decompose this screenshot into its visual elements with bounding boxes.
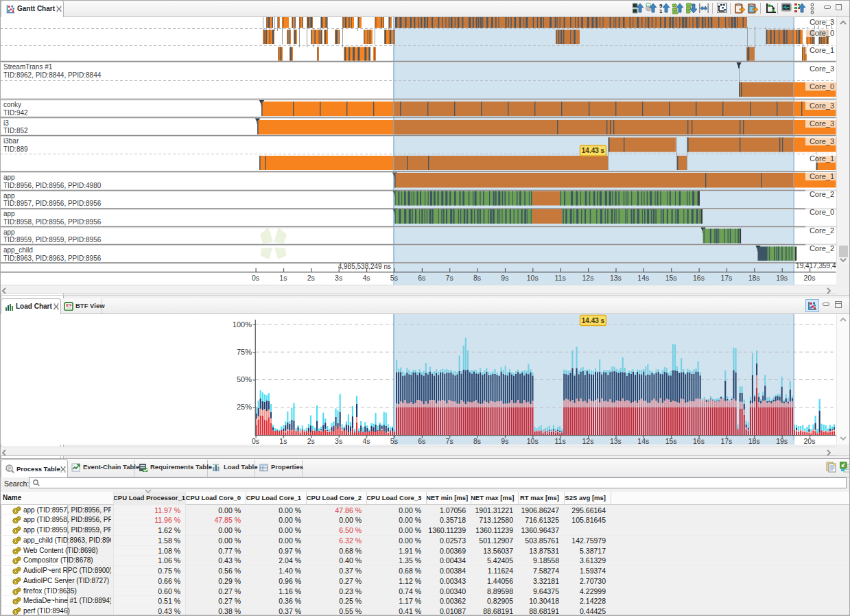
svg-text:4,985,538,249 ns: 4,985,538,249 ns [338, 263, 391, 270]
svg-text:11s: 11s [555, 437, 566, 445]
svg-text:13s: 13s [610, 437, 622, 445]
svg-text:TID:8959, PID:8959, PPID:8956: TID:8959, PID:8959, PPID:8956 [3, 236, 102, 244]
svg-text:3s: 3s [335, 437, 342, 445]
svg-text:7s: 7s [446, 437, 453, 445]
svg-text:19s: 19s [776, 437, 788, 445]
svg-text:conky: conky [3, 101, 21, 108]
svg-text:Core_3: Core_3 [810, 18, 834, 26]
svg-text:7s: 7s [446, 274, 453, 282]
svg-text:10s: 10s [527, 437, 539, 445]
svg-text:50%: 50% [237, 375, 252, 383]
svg-text:app: app [3, 228, 15, 236]
svg-text:TID:8956, PID:8956, PPID:4980: TID:8956, PID:8956, PPID:4980 [3, 182, 102, 189]
svg-text:i3: i3 [3, 119, 9, 127]
svg-text:2s: 2s [307, 274, 315, 282]
svg-text:6s: 6s [418, 437, 425, 445]
svg-text:9s: 9s [501, 274, 508, 282]
svg-text:StreamTrans #1: StreamTrans #1 [3, 63, 53, 71]
svg-text:100%: 100% [233, 320, 252, 329]
svg-text:Core_1: Core_1 [810, 46, 834, 54]
svg-text:16s: 16s [693, 437, 705, 445]
svg-text:Core_1: Core_1 [810, 172, 834, 180]
svg-text:15s: 15s [665, 437, 677, 445]
svg-text:TID:8962, PID:8844, PPID:8844: TID:8962, PID:8844, PPID:8844 [3, 71, 102, 79]
svg-text:14.43 s: 14.43 s [582, 317, 605, 324]
svg-text:Core_3: Core_3 [810, 64, 834, 73]
svg-text:app: app [3, 174, 15, 181]
svg-text:5s: 5s [390, 274, 398, 282]
svg-text:0s: 0s [252, 437, 259, 445]
svg-text:17s: 17s [720, 437, 732, 445]
svg-text:Core_3: Core_3 [810, 137, 834, 145]
svg-text:9s: 9s [501, 437, 508, 445]
svg-text:BTF: BTF [66, 304, 72, 307]
svg-text:17s: 17s [720, 274, 732, 282]
svg-text:5s: 5s [390, 437, 398, 445]
svg-text:18s: 18s [748, 274, 760, 282]
svg-text:16s: 16s [693, 274, 705, 282]
svg-text:Core_2: Core_2 [810, 226, 834, 235]
svg-text:19s: 19s [776, 274, 788, 282]
svg-text:Core_2: Core_2 [810, 244, 834, 252]
svg-text:TID:942: TID:942 [3, 109, 28, 117]
svg-text:8s: 8s [473, 437, 481, 445]
svg-text:4s: 4s [362, 437, 370, 445]
svg-text:Core_0: Core_0 [810, 208, 834, 216]
svg-text:3s: 3s [335, 274, 342, 282]
svg-text:Core_0: Core_0 [810, 29, 834, 37]
svg-text:1s: 1s [279, 274, 287, 282]
svg-text:TID:8957, PID:8956, PPID:8956: TID:8957, PID:8956, PPID:8956 [3, 200, 102, 207]
svg-text:Core_3: Core_3 [810, 102, 834, 110]
svg-text:14s: 14s [637, 274, 649, 282]
svg-text:25%: 25% [237, 403, 252, 411]
svg-text:6s: 6s [418, 274, 425, 282]
svg-text:14s: 14s [637, 437, 649, 445]
svg-text:20s: 20s [804, 437, 816, 445]
svg-text:TID:889: TID:889 [3, 145, 28, 153]
svg-text:1: 1 [659, 8, 663, 14]
svg-text:Core_1: Core_1 [810, 154, 834, 163]
svg-text:2s: 2s [307, 437, 315, 445]
svg-text:1s: 1s [279, 437, 287, 445]
svg-text:0s: 0s [252, 274, 259, 282]
svg-text:app: app [3, 192, 15, 200]
svg-text:TID:852: TID:852 [3, 127, 28, 134]
svg-text:75%: 75% [237, 348, 252, 356]
svg-text:Core_2: Core_2 [810, 190, 834, 198]
svg-text:app_child: app_child [3, 246, 33, 254]
svg-text:app: app [3, 210, 15, 217]
svg-text:14.43 s: 14.43 s [582, 147, 605, 154]
svg-text:15s: 15s [665, 274, 677, 282]
svg-text:10s: 10s [527, 274, 539, 282]
svg-text:Core_0: Core_0 [810, 82, 834, 91]
svg-text:12s: 12s [582, 437, 594, 445]
svg-text:i3bar: i3bar [3, 137, 19, 145]
svg-text:13s: 13s [610, 274, 622, 282]
svg-text:4s: 4s [362, 274, 370, 282]
svg-text:12s: 12s [582, 274, 594, 282]
svg-text:Core_3: Core_3 [810, 119, 834, 128]
svg-text:11s: 11s [555, 274, 566, 282]
svg-text:TID:8963, PID:8963, PPID:8956: TID:8963, PID:8963, PPID:8956 [3, 254, 102, 262]
svg-text:20s: 20s [804, 274, 816, 282]
svg-text:18s: 18s [748, 437, 760, 445]
svg-text:8s: 8s [473, 274, 481, 282]
svg-text:19,417,359,4: 19,417,359,4 [796, 262, 836, 270]
svg-text:TID:8958, PID:8956, PPID:8956: TID:8958, PID:8956, PPID:8956 [3, 218, 102, 226]
